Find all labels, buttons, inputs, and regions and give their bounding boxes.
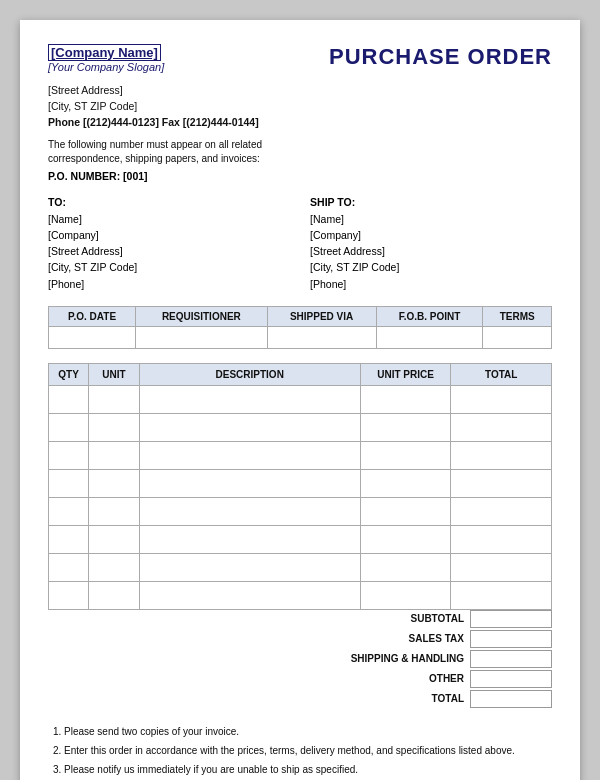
terms-cell[interactable] <box>483 326 552 348</box>
sales-tax-label: SALES TAX <box>409 633 470 644</box>
to-city: [City, ST ZIP Code] <box>48 261 137 273</box>
total-cell[interactable] <box>451 525 552 553</box>
col-qty-header: QTY <box>49 363 89 385</box>
po-title: PURCHASE ORDER <box>329 44 552 70</box>
desc-cell[interactable] <box>139 413 360 441</box>
purchase-order-page: [Company Name] [Your Company Slogan] PUR… <box>20 20 580 780</box>
shipping-value[interactable] <box>470 650 552 668</box>
ship-company: [Company] <box>310 229 361 241</box>
unit-cell[interactable] <box>89 525 139 553</box>
uprice-cell[interactable] <box>360 525 451 553</box>
qty-cell[interactable] <box>49 525 89 553</box>
uprice-cell[interactable] <box>360 469 451 497</box>
table-row <box>49 525 552 553</box>
total-cell[interactable] <box>451 469 552 497</box>
to-name: [Name] <box>48 213 82 225</box>
total-value[interactable] <box>470 690 552 708</box>
ship-city: [City, ST ZIP Code] <box>310 261 399 273</box>
subtotal-row: SUBTOTAL <box>292 610 552 628</box>
total-label: TOTAL <box>432 693 470 704</box>
ship-block: SHIP TO: [Name] [Company] [Street Addres… <box>310 194 552 292</box>
qty-cell[interactable] <box>49 413 89 441</box>
subtotal-value[interactable] <box>470 610 552 628</box>
desc-cell[interactable] <box>139 469 360 497</box>
notice-line2: correspondence, shipping papers, and inv… <box>48 153 260 164</box>
unit-cell[interactable] <box>89 553 139 581</box>
uprice-cell[interactable] <box>360 385 451 413</box>
total-cell[interactable] <box>451 385 552 413</box>
col-requisitioner: REQUISITIONER <box>136 306 267 326</box>
other-row: OTHER <box>292 670 552 688</box>
unit-cell[interactable] <box>89 441 139 469</box>
company-slogan: [Your Company Slogan] <box>48 61 164 73</box>
table-row <box>49 469 552 497</box>
total-cell[interactable] <box>451 553 552 581</box>
total-cell[interactable] <box>451 441 552 469</box>
unit-cell[interactable] <box>89 413 139 441</box>
desc-cell[interactable] <box>139 581 360 609</box>
phone-fax: Phone [(212)444-0123] Fax [(212)444-0144… <box>48 115 552 131</box>
ship-phone: [Phone] <box>310 278 346 290</box>
ship-label: SHIP TO: <box>310 196 355 208</box>
shipped-via-cell[interactable] <box>267 326 376 348</box>
po-date-cell[interactable] <box>49 326 136 348</box>
col-fob-point: F.O.B. POINT <box>376 306 483 326</box>
qty-cell[interactable] <box>49 385 89 413</box>
desc-cell[interactable] <box>139 525 360 553</box>
qty-cell[interactable] <box>49 497 89 525</box>
unit-cell[interactable] <box>89 385 139 413</box>
header-section: [Company Name] [Your Company Slogan] PUR… <box>48 44 552 73</box>
po-date-table: P.O. DATE REQUISITIONER SHIPPED VIA F.O.… <box>48 306 552 349</box>
unit-cell[interactable] <box>89 581 139 609</box>
uprice-cell[interactable] <box>360 553 451 581</box>
requisitioner-cell[interactable] <box>136 326 267 348</box>
sales-tax-row: SALES TAX <box>292 630 552 648</box>
desc-cell[interactable] <box>139 385 360 413</box>
table-row <box>49 497 552 525</box>
note-3: Please notify us immediately if you are … <box>64 762 552 777</box>
table-row <box>49 413 552 441</box>
total-cell[interactable] <box>451 413 552 441</box>
col-shipped-via: SHIPPED VIA <box>267 306 376 326</box>
col-total-header: TOTAL <box>451 363 552 385</box>
uprice-cell[interactable] <box>360 497 451 525</box>
sales-tax-value[interactable] <box>470 630 552 648</box>
qty-cell[interactable] <box>49 553 89 581</box>
street-address: [Street Address] <box>48 83 552 99</box>
table-row <box>49 581 552 609</box>
city-state-zip: [City, ST ZIP Code] <box>48 99 552 115</box>
unit-cell[interactable] <box>89 497 139 525</box>
note-2: Enter this order in accordance with the … <box>64 743 552 758</box>
unit-cell[interactable] <box>89 469 139 497</box>
to-label: TO: <box>48 196 66 208</box>
total-row: TOTAL <box>292 690 552 708</box>
total-cell[interactable] <box>451 581 552 609</box>
items-table: QTY UNIT DESCRIPTION UNIT PRICE TOTAL <box>48 363 552 610</box>
company-info: [Company Name] [Your Company Slogan] <box>48 44 164 73</box>
qty-cell[interactable] <box>49 581 89 609</box>
col-unit-header: UNIT <box>89 363 139 385</box>
desc-cell[interactable] <box>139 553 360 581</box>
qty-cell[interactable] <box>49 441 89 469</box>
desc-cell[interactable] <box>139 497 360 525</box>
other-value[interactable] <box>470 670 552 688</box>
qty-cell[interactable] <box>49 469 89 497</box>
uprice-cell[interactable] <box>360 441 451 469</box>
ship-street: [Street Address] <box>310 245 385 257</box>
total-cell[interactable] <box>451 497 552 525</box>
table-row <box>49 385 552 413</box>
items-body <box>49 385 552 609</box>
desc-cell[interactable] <box>139 441 360 469</box>
notice-line1: The following number must appear on all … <box>48 139 262 150</box>
table-row <box>49 553 552 581</box>
to-block: TO: [Name] [Company] [Street Address] [C… <box>48 194 290 292</box>
fob-point-cell[interactable] <box>376 326 483 348</box>
shipping-label: SHIPPING & HANDLING <box>351 653 470 664</box>
shipping-row: SHIPPING & HANDLING <box>292 650 552 668</box>
uprice-cell[interactable] <box>360 413 451 441</box>
uprice-cell[interactable] <box>360 581 451 609</box>
to-company: [Company] <box>48 229 99 241</box>
notes-list: Please send two copies of your invoice. … <box>48 724 552 780</box>
subtotal-label: SUBTOTAL <box>410 613 470 624</box>
table-row <box>49 441 552 469</box>
